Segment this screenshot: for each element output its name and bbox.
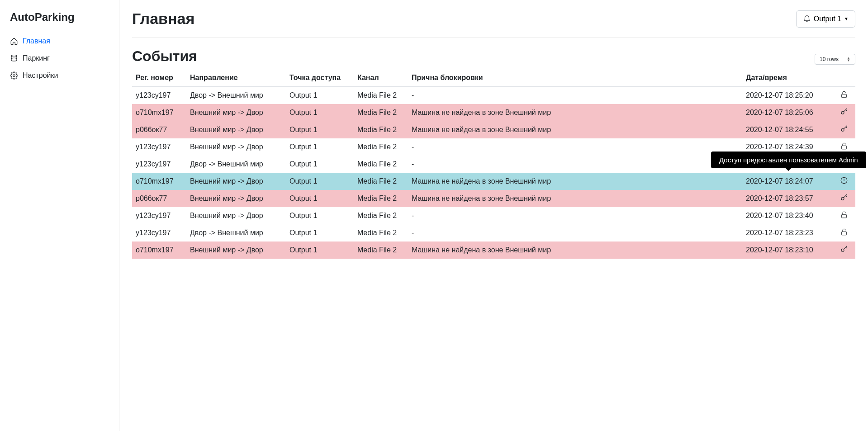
- col-datetime[interactable]: Дата/время: [742, 69, 833, 87]
- cell-access-point: Output 1: [286, 104, 354, 121]
- cell-direction: Внешний мир -> Двор: [186, 173, 286, 190]
- cell-datetime: 2020-12-07 18:24:55: [742, 121, 833, 138]
- cell-status-icon: [833, 121, 855, 138]
- cell-status-icon: [833, 242, 855, 259]
- cell-status-icon: [833, 104, 855, 121]
- cell-status-icon: [833, 190, 855, 207]
- database-icon: [10, 54, 18, 62]
- table-row[interactable]: р066ок77 Внешний мир -> Двор Output 1 Me…: [132, 190, 855, 207]
- cell-reg: у123су197: [132, 156, 186, 173]
- cell-reg: у123су197: [132, 224, 186, 242]
- alert-icon: [840, 178, 848, 186]
- cell-reason: Машина не найдена в зоне Внешний мир: [408, 173, 742, 190]
- main-content: Главная Output 1 ▼ События 10 rows ▲▼ Ре…: [119, 0, 868, 431]
- access-tooltip: Доступ предоставлен пользователем Admin: [711, 152, 866, 168]
- lock-open-icon: [840, 213, 848, 220]
- cell-reason: -: [408, 156, 742, 173]
- table-row[interactable]: р066ок77 Внешний мир -> Двор Output 1 Me…: [132, 121, 855, 138]
- key-icon: [840, 127, 848, 134]
- cell-datetime: 2020-12-07 18:25:06: [742, 104, 833, 121]
- cell-status-icon: [833, 224, 855, 242]
- sidebar-item-1[interactable]: Паркинг: [0, 50, 119, 67]
- cell-access-point: Output 1: [286, 207, 354, 224]
- cell-channel: Media File 2: [354, 87, 408, 104]
- table-header-row: Рег. номер Направление Точка доступа Кан…: [132, 69, 855, 87]
- bell-icon: [803, 14, 811, 24]
- cell-direction: Внешний мир -> Двор: [186, 104, 286, 121]
- sidebar-item-0[interactable]: Главная: [0, 33, 119, 50]
- brand-title: AutoParking: [0, 8, 119, 33]
- rows-selector[interactable]: 10 rows ▲▼: [815, 54, 855, 65]
- sidebar-item-label: Главная: [23, 37, 50, 45]
- cell-channel: Media File 2: [354, 173, 408, 190]
- events-header: События 10 rows ▲▼: [132, 48, 855, 65]
- lock-open-icon: [840, 92, 848, 100]
- cell-channel: Media File 2: [354, 224, 408, 242]
- col-reason[interactable]: Прична блокировки: [408, 69, 742, 87]
- cell-direction: Внешний мир -> Двор: [186, 190, 286, 207]
- cell-access-point: Output 1: [286, 156, 354, 173]
- cell-access-point: Output 1: [286, 242, 354, 259]
- cell-direction: Внешний мир -> Двор: [186, 242, 286, 259]
- page-header: Главная Output 1 ▼: [132, 10, 855, 38]
- cell-reason: -: [408, 224, 742, 242]
- cell-direction: Внешний мир -> Двор: [186, 121, 286, 138]
- sidebar-item-label: Паркинг: [23, 54, 50, 62]
- sort-icon: ▲▼: [847, 57, 850, 62]
- cell-datetime: 2020-12-07 18:23:40: [742, 207, 833, 224]
- cell-datetime: 2020-12-07 18:25:20: [742, 87, 833, 104]
- output-dropdown-label: Output 1: [814, 15, 841, 23]
- col-status: [833, 69, 855, 87]
- cell-direction: Двор -> Внешний мир: [186, 87, 286, 104]
- table-row[interactable]: о710mx197 Внешний мир -> Двор Output 1 M…: [132, 242, 855, 259]
- cell-channel: Media File 2: [354, 138, 408, 156]
- col-channel[interactable]: Канал: [354, 69, 408, 87]
- cell-reason: -: [408, 138, 742, 156]
- cell-access-point: Output 1: [286, 173, 354, 190]
- cell-channel: Media File 2: [354, 121, 408, 138]
- cell-channel: Media File 2: [354, 104, 408, 121]
- home-icon: [10, 37, 18, 45]
- cell-reason: Машина не найдена в зоне Внешний мир: [408, 242, 742, 259]
- cell-channel: Media File 2: [354, 190, 408, 207]
- cell-direction: Двор -> Внешний мир: [186, 224, 286, 242]
- caret-down-icon: ▼: [844, 16, 849, 21]
- output-dropdown[interactable]: Output 1 ▼: [796, 10, 855, 28]
- cell-reg: р066ок77: [132, 121, 186, 138]
- table-row[interactable]: у123су197 Двор -> Внешний мир Output 1 M…: [132, 224, 855, 242]
- events-title: События: [132, 48, 197, 65]
- sidebar-item-label: Настройки: [23, 71, 58, 80]
- cell-reg: о710mx197: [132, 242, 186, 259]
- table-row[interactable]: у123су197 Двор -> Внешний мир Output 1 M…: [132, 87, 855, 104]
- table-row[interactable]: у123су197 Внешний мир -> Двор Output 1 M…: [132, 207, 855, 224]
- table-row[interactable]: о710mx197 Внешний мир -> Двор Output 1 M…: [132, 173, 855, 190]
- cell-datetime: 2020-12-07 18:24:07: [742, 173, 833, 190]
- cell-reason: Машина не найдена в зоне Внешний мир: [408, 190, 742, 207]
- cell-reg: у123су197: [132, 138, 186, 156]
- cell-reg: у123су197: [132, 87, 186, 104]
- cell-reason: Машина не найдена в зоне Внешний мир: [408, 121, 742, 138]
- lock-open-icon: [840, 144, 848, 152]
- cell-channel: Media File 2: [354, 207, 408, 224]
- cell-datetime: 2020-12-07 18:23:57: [742, 190, 833, 207]
- sidebar: AutoParking Главная Паркинг Настройки: [0, 0, 119, 431]
- key-icon: [840, 195, 848, 203]
- cell-direction: Внешний мир -> Двор: [186, 207, 286, 224]
- lock-open-icon: [840, 230, 848, 237]
- cell-reg: о710mx197: [132, 104, 186, 121]
- cell-datetime: 2020-12-07 18:23:23: [742, 224, 833, 242]
- cell-channel: Media File 2: [354, 156, 408, 173]
- sidebar-item-2[interactable]: Настройки: [0, 67, 119, 84]
- col-access[interactable]: Точка доступа: [286, 69, 354, 87]
- cell-status-icon: [833, 207, 855, 224]
- gear-icon: [10, 71, 18, 80]
- col-direction[interactable]: Направление: [186, 69, 286, 87]
- cell-direction: Двор -> Внешний мир: [186, 156, 286, 173]
- cell-channel: Media File 2: [354, 242, 408, 259]
- cell-reg: р066ок77: [132, 190, 186, 207]
- cell-datetime: 2020-12-07 18:23:10: [742, 242, 833, 259]
- cell-access-point: Output 1: [286, 224, 354, 242]
- col-reg[interactable]: Рег. номер: [132, 69, 186, 87]
- table-row[interactable]: о710mx197 Внешний мир -> Двор Output 1 M…: [132, 104, 855, 121]
- cell-status-icon: [833, 173, 855, 190]
